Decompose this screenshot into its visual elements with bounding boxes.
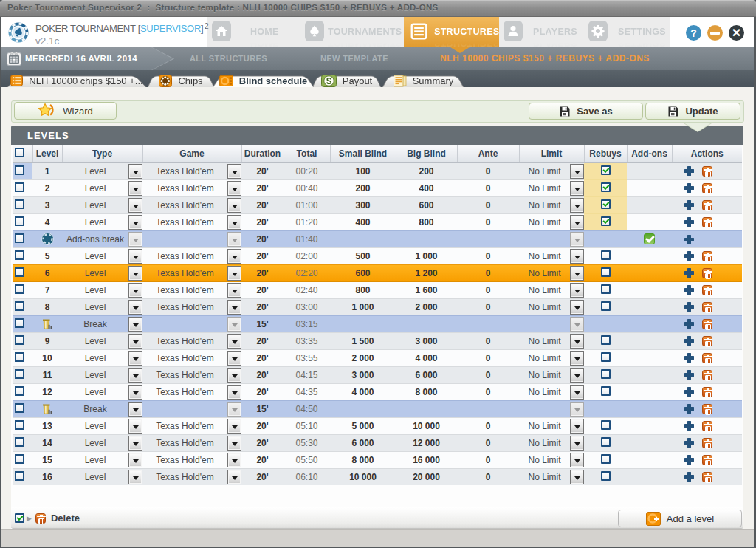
svg-text:$: $	[326, 75, 332, 86]
